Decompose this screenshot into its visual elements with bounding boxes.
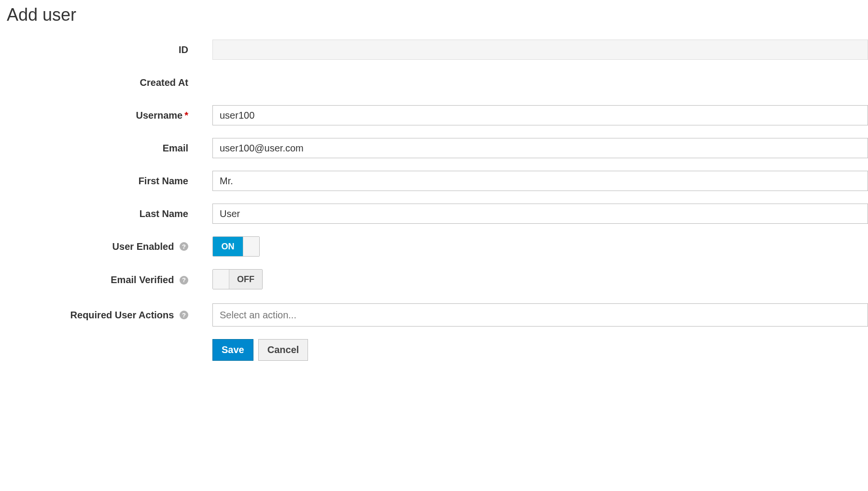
username-input[interactable] [212,105,868,125]
row-email-verified: Email Verified ? OFF [7,269,868,291]
label-id: ID [7,44,212,55]
label-email-verified: Email Verified ? [7,274,212,286]
label-required-user-actions: Required User Actions ? [7,310,212,321]
row-last-name: Last Name [7,204,868,224]
toggle-handle [243,237,259,256]
add-user-form: ID Created At Username* Email First Name [0,40,868,361]
row-id: ID [7,40,868,60]
row-buttons: Save Cancel [7,339,868,361]
toggle-handle [213,270,229,289]
toggle-off-label: OFF [229,270,262,289]
last-name-input[interactable] [212,204,868,224]
cancel-button[interactable]: Cancel [258,339,308,361]
created-at-value [212,72,868,93]
row-email: Email [7,138,868,158]
label-username: Username* [7,110,212,121]
help-icon[interactable]: ? [180,311,188,319]
row-created-at: Created At [7,72,868,93]
label-last-name: Last Name [7,208,212,219]
label-created-at: Created At [7,77,212,88]
toggle-on-label: ON [213,237,243,256]
label-first-name: First Name [7,176,212,187]
label-email: Email [7,143,212,154]
email-input[interactable] [212,138,868,158]
required-marker: * [184,110,188,121]
row-required-user-actions: Required User Actions ? [7,303,868,327]
help-icon[interactable]: ? [180,276,188,285]
user-enabled-toggle[interactable]: ON [212,236,260,257]
id-input [212,40,868,60]
first-name-input[interactable] [212,171,868,191]
help-icon[interactable]: ? [180,242,188,251]
row-first-name: First Name [7,171,868,191]
row-user-enabled: User Enabled ? ON [7,236,868,257]
save-button[interactable]: Save [212,339,253,361]
required-user-actions-select[interactable] [212,303,868,327]
email-verified-toggle[interactable]: OFF [212,269,263,289]
page-title: Add user [7,5,868,25]
label-user-enabled: User Enabled ? [7,241,212,252]
row-username: Username* [7,105,868,125]
